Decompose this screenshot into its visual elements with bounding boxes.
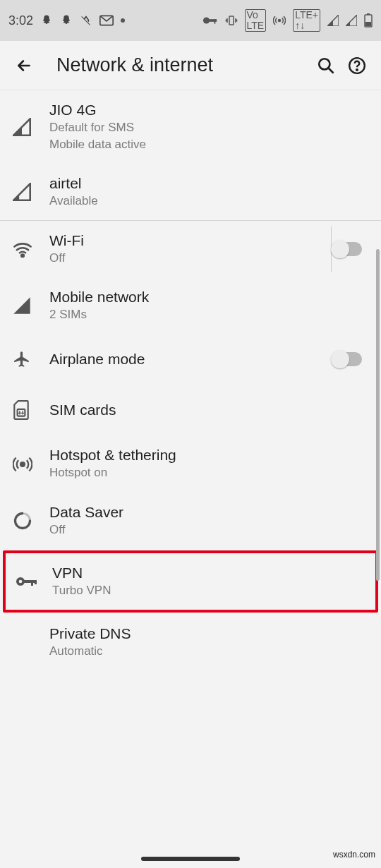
svg-rect-4 (229, 16, 234, 25)
svg-rect-3 (214, 19, 215, 23)
list-item-label: Private DNS (49, 625, 368, 642)
svg-point-5 (279, 20, 281, 22)
list-item-sub: Turbo VPN (52, 583, 363, 598)
svg-point-12 (21, 255, 24, 258)
list-item-label: Mobile network (49, 289, 368, 306)
list-item-sub: 2 SIMs (49, 307, 368, 323)
svg-rect-7 (367, 13, 370, 15)
list-item-label: SIM cards (49, 402, 368, 418)
signal-icon (13, 118, 49, 136)
list-item-sub: Default for SMS (49, 120, 368, 135)
page-title: Network & internet (56, 54, 310, 76)
list-item-label: Wi-Fi (49, 232, 326, 249)
help-icon (348, 56, 366, 75)
back-button[interactable] (8, 50, 40, 81)
snapchat-icon (40, 14, 53, 27)
svg-rect-8 (365, 22, 371, 26)
svg-rect-17 (24, 580, 35, 583)
gesture-nav-pill[interactable] (141, 857, 240, 861)
list-item-label: Data Saver (49, 504, 368, 521)
svg-point-1 (202, 17, 209, 23)
hotspot-icon (13, 454, 49, 474)
vpn-key-status-icon (202, 16, 218, 25)
sim-card-icon (13, 400, 49, 420)
wifi-icon (13, 241, 49, 258)
help-button[interactable] (341, 50, 373, 81)
signal-icon (13, 183, 49, 201)
list-item-label: airtel (49, 175, 368, 192)
svg-point-16 (19, 579, 23, 583)
vibrate-icon (225, 14, 238, 27)
list-item-label: VPN (52, 565, 363, 581)
list-item-sub-2: Mobile data active (49, 137, 368, 152)
wifi-toggle[interactable] (332, 242, 362, 256)
data-saver-icon (13, 511, 49, 531)
airplane-icon (13, 350, 49, 368)
list-item-label: Airplane mode (49, 351, 326, 368)
app-bar: Network & internet (0, 41, 381, 90)
search-icon (317, 56, 335, 75)
lte-indicator: LTE+↑↓ (293, 9, 320, 32)
signal-1-icon (327, 15, 339, 26)
scroll-indicator[interactable] (376, 249, 380, 581)
svg-point-11 (356, 69, 358, 71)
list-item-label: JIO 4G (49, 102, 368, 119)
svg-rect-2 (209, 19, 217, 22)
hotspot-status-icon (273, 14, 286, 27)
watermark: wsxdn.com (333, 850, 375, 860)
vpn-row[interactable]: VPN Turbo VPN (6, 553, 375, 610)
snapchat-icon-2 (60, 14, 73, 27)
list-item-sub: Hotspot on (49, 465, 368, 481)
arrow-left-icon (15, 56, 33, 75)
gmail-icon (99, 15, 114, 26)
svg-rect-19 (35, 580, 37, 584)
signal-2-icon (346, 15, 357, 26)
list-item-sub: Available (49, 193, 368, 209)
svg-rect-18 (31, 580, 33, 586)
wifi-row[interactable]: Wi-Fi Off (0, 221, 381, 277)
battery-icon (364, 13, 373, 28)
vpn-highlight: VPN Turbo VPN (3, 550, 378, 613)
svg-point-14 (20, 462, 25, 466)
private-dns-row[interactable]: Private DNS Automatic (0, 614, 381, 670)
status-time: 3:02 (8, 13, 33, 28)
data-saver-row[interactable]: Data Saver Off (0, 493, 381, 549)
sim-cards-row[interactable]: SIM cards (0, 385, 381, 435)
signal-full-icon (13, 296, 49, 315)
airplane-toggle[interactable] (332, 352, 362, 366)
list-item-label: Hotspot & tethering (49, 447, 368, 464)
mobile-network-row[interactable]: Mobile network 2 SIMs (0, 277, 381, 334)
hotspot-row[interactable]: Hotspot & tethering Hotspot on (0, 435, 381, 492)
search-button[interactable] (310, 50, 341, 81)
settings-list: JIO 4G Default for SMS Mobile data activ… (0, 90, 381, 670)
airplane-mode-row[interactable]: Airplane mode (0, 334, 381, 385)
water-off-icon (80, 14, 92, 27)
list-item-sub: Off (49, 251, 326, 266)
status-bar: 3:02 VoLTE LTE+↑↓ (0, 0, 381, 41)
sim-1-row[interactable]: JIO 4G Default for SMS Mobile data activ… (0, 90, 381, 164)
vpn-key-icon (16, 575, 52, 588)
list-item-sub: Automatic (49, 644, 368, 659)
dot-icon (121, 18, 125, 23)
volte-indicator: VoLTE (245, 9, 267, 32)
sim-2-row[interactable]: airtel Available (0, 164, 381, 220)
list-item-sub: Off (49, 522, 368, 538)
